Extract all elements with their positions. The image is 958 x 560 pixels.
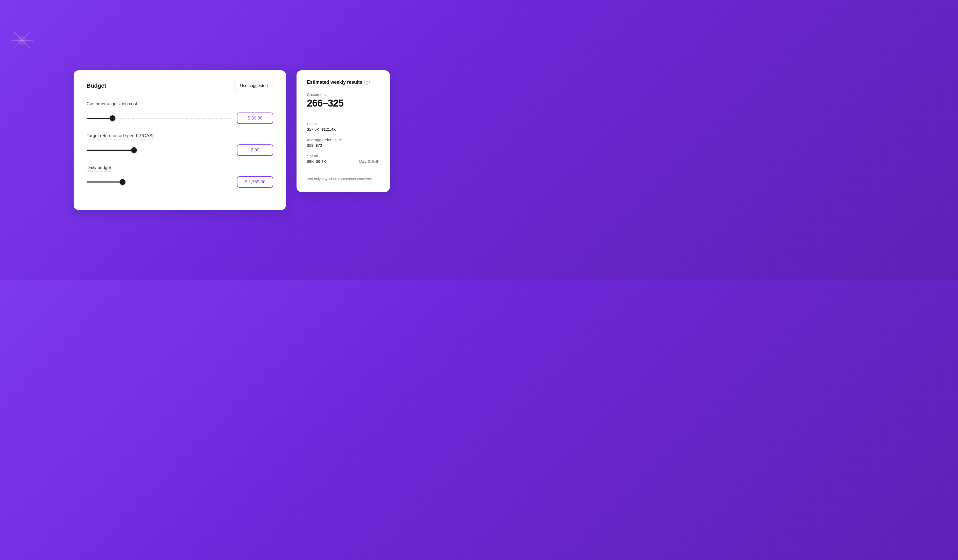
customers-label: Customers <box>307 92 379 97</box>
main-content: Budget Use suggested Customer acquisitio… <box>58 70 421 210</box>
svg-point-5 <box>17 35 27 45</box>
target-roas-slider-container <box>87 147 231 153</box>
target-roas-value: 2.00 <box>251 148 259 152</box>
customers-value: 266–325 <box>307 98 379 109</box>
sparkle-decoration <box>10 29 34 52</box>
target-roas-row: 2.00 <box>87 144 273 156</box>
spend-section: Spend $8K–$9.7K Max: $19.4K <box>307 154 379 163</box>
svg-line-2 <box>14 32 30 48</box>
budget-header: Budget Use suggested <box>87 81 273 91</box>
sales-section: Sales $17.5K–$121.4K <box>307 122 379 132</box>
spend-row: $8K–$9.7K Max: $19.4K <box>307 159 379 163</box>
customer-acquisition-cost-section: Customer acquisition cost $ 30.00 <box>87 102 273 124</box>
average-order-value-value: $59–$73 <box>307 143 379 148</box>
spend-max-label: Max: $19.4K <box>359 159 379 163</box>
results-title: Estimated weekly results <box>307 79 362 85</box>
daily-budget-section: Daily budget $ 2,765.00 <box>87 165 273 188</box>
results-header: Estimated weekly results ? <box>307 79 379 85</box>
svg-line-3 <box>14 32 30 48</box>
help-icon[interactable]: ? <box>365 79 370 85</box>
customer-acquisition-cost-input[interactable]: $ 30.00 <box>237 113 273 124</box>
sales-value: $17.5K–$121.4K <box>307 127 379 132</box>
customers-section: Customers 266–325 <box>307 92 379 109</box>
average-order-value-section: Average order value $59–$73 <box>307 138 379 148</box>
daily-budget-slider-container <box>87 179 231 185</box>
use-suggested-button[interactable]: Use suggested <box>235 81 273 91</box>
budget-card: Budget Use suggested Customer acquisitio… <box>74 70 286 210</box>
daily-budget-value: $ 2,765.00 <box>245 179 265 184</box>
target-roas-label: Target return on ad spend (ROAS) <box>87 133 154 140</box>
budget-title: Budget <box>87 82 106 89</box>
average-order-value-label: Average order value <box>307 138 379 142</box>
customer-acquisition-cost-value: $ 30.00 <box>248 116 263 121</box>
svg-point-4 <box>22 40 22 41</box>
daily-budget-row: $ 2,765.00 <box>87 176 273 188</box>
customer-acquisition-cost-slider-container <box>87 115 231 121</box>
customer-acquisition-cost-label: Customer acquisition cost <box>87 102 137 108</box>
results-card: Estimated weekly results ? Customers 266… <box>297 70 390 192</box>
spend-value: $8K–$9.7K <box>307 159 326 163</box>
customer-acquisition-cost-row: $ 30.00 <box>87 113 273 124</box>
target-roas-input[interactable]: 2.00 <box>237 144 273 156</box>
daily-budget-input[interactable]: $ 2,765.00 <box>237 176 273 188</box>
daily-budget-label: Daily budget <box>87 165 111 171</box>
converts-note: You only pay when a customer converts <box>307 176 379 182</box>
sales-label: Sales <box>307 122 379 126</box>
spend-label: Spend <box>307 154 379 158</box>
target-roas-section: Target return on ad spend (ROAS) 2.00 <box>87 133 273 156</box>
